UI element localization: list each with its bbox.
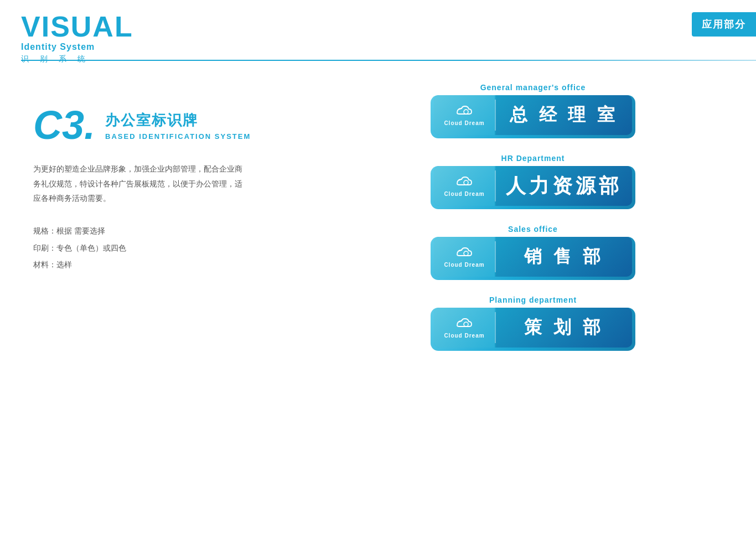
sign-card-planning: Planning department Cloud [343,295,723,351]
sign-chinese-1: 总 经 理 室 [510,103,619,127]
header-divider [21,60,756,61]
logo-area: VISUAL Identity System 识 别 系 统 [21,12,133,64]
section-title-zh: 办公室标识牌 [105,111,251,130]
svg-point-0 [464,110,468,114]
svg-point-1 [464,180,468,185]
cloud-dream-icon-1 [454,104,475,118]
sign-card-sales: Sales office Cloud Dream [343,225,723,280]
sign-label-3: Sales office [508,225,558,234]
sign-card-general-manager: General manager's office [343,83,723,138]
sign-logo-box-1: Cloud Dream [434,95,495,135]
cloud-dream-logo-1: Cloud Dream [444,104,484,126]
cloud-dream-icon-4 [454,317,475,331]
cloud-dream-logo-2: Cloud Dream [444,175,484,197]
sign-inner-3: Cloud Dream 销 售 部 [434,237,632,277]
sign-logo-box-2: Cloud Dream [434,166,495,206]
sign-card-hr: HR Department Cloud Drea [343,154,723,209]
svg-point-3 [464,322,468,326]
section-title-area: C3. 办公室标识牌 BASED IDENTIFICATION SYSTEM [33,105,293,145]
sign-outer-3: Cloud Dream 销 售 部 [431,237,635,280]
sign-logo-box-4: Cloud Dream [434,308,495,348]
sign-chinese-2: 人力资源部 [506,173,622,200]
sign-inner-4: Cloud Dream 策 划 部 [434,308,632,348]
cloud-dream-logo-4: Cloud Dream [444,317,484,339]
svg-point-2 [464,251,468,256]
right-section: General manager's office [321,72,756,534]
sign-name-box-1: 总 经 理 室 [496,95,632,135]
cloud-dream-text-2: Cloud Dream [444,191,484,197]
cloud-dream-icon-2 [454,175,475,189]
sign-label-4: Planning department [489,295,577,304]
spec-material: 材料：选样 [33,256,293,273]
section-title-text: 办公室标识牌 BASED IDENTIFICATION SYSTEM [105,105,251,141]
logo-visual: VISUAL [21,12,133,41]
logo-chinese: 识 别 系 统 [21,54,133,64]
logo-identity: Identity System [21,42,133,52]
cloud-dream-icon-3 [454,246,475,260]
header: VISUAL Identity System 识 别 系 统 应用部分 [0,0,756,64]
spec-print: 印刷：专色（单色）或四色 [33,240,293,257]
description-text: 为更好的塑造企业品牌形象，加强企业内部管理，配合企业商务礼仪规范，特设计各种广告… [33,162,244,206]
main-content: C3. 办公室标识牌 BASED IDENTIFICATION SYSTEM 为… [0,72,756,534]
sign-name-box-2: 人力资源部 [496,166,632,206]
sign-outer-1: Cloud Dream 总 经 理 室 [431,95,635,138]
specs: 规格：根据 需要选择 印刷：专色（单色）或四色 材料：选样 [33,222,293,273]
sign-inner-2: Cloud Dream 人力资源部 [434,166,632,206]
sign-inner-1: Cloud Dream 总 经 理 室 [434,95,632,135]
spec-size: 规格：根据 需要选择 [33,222,293,240]
sign-name-box-4: 策 划 部 [496,308,632,348]
cloud-dream-text-4: Cloud Dream [444,333,484,339]
sign-logo-box-3: Cloud Dream [434,237,495,277]
sign-chinese-4: 策 划 部 [524,315,604,340]
sign-outer-2: Cloud Dream 人力资源部 [431,166,635,209]
cloud-dream-logo-3: Cloud Dream [444,246,484,268]
left-section: C3. 办公室标识牌 BASED IDENTIFICATION SYSTEM 为… [0,72,321,534]
sign-outer-4: Cloud Dream 策 划 部 [431,308,635,351]
section-badge: 应用部分 [692,12,756,37]
sign-chinese-3: 销 售 部 [524,245,604,269]
section-c3-label: C3. [33,105,95,145]
section-title-en: BASED IDENTIFICATION SYSTEM [105,132,251,141]
sign-label-1: General manager's office [480,83,586,92]
cloud-dream-text-3: Cloud Dream [444,262,484,268]
sign-name-box-3: 销 售 部 [496,237,632,277]
cloud-dream-text-1: Cloud Dream [444,120,484,126]
sign-label-2: HR Department [501,154,565,163]
